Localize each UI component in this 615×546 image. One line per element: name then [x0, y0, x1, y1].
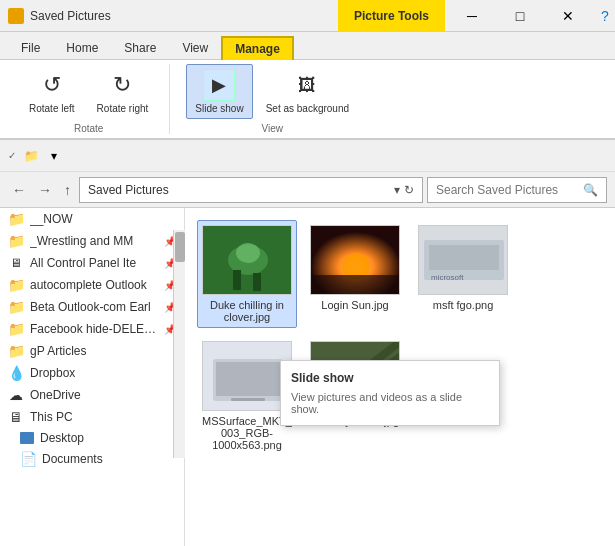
- sidebar-item-label: autocomplete Outlook: [30, 278, 147, 292]
- picture-tools-label: Picture Tools: [338, 0, 445, 31]
- sidebar-item-controlpanel[interactable]: 🖥 All Control Panel Ite 📌: [0, 252, 184, 274]
- ribbon-tabs: File Home Share View Manage: [0, 32, 615, 60]
- ribbon: ↺ Rotate left ↻ Rotate right Rotate ▶ Sl…: [0, 60, 615, 140]
- tab-file[interactable]: File: [8, 36, 53, 59]
- folder-icon: 📁: [8, 277, 24, 293]
- content-area: Duke chilling in clover.jpg: [185, 208, 615, 546]
- sidebar-item-label: Beta Outlook-com Earl: [30, 300, 151, 314]
- thispc-icon: 🖥: [8, 409, 24, 425]
- tooltip-title: Slide show: [291, 371, 489, 385]
- dropbox-icon: 💧: [8, 365, 24, 381]
- duke-svg: [203, 225, 291, 295]
- qa-label: ✓: [8, 150, 16, 161]
- ribbon-group-rotate: ↺ Rotate left ↻ Rotate right Rotate: [8, 64, 170, 134]
- view-buttons: ▶ Slide show 🖼 Set as background: [186, 64, 358, 119]
- minimize-button[interactable]: ─: [449, 0, 495, 32]
- sidebar-item-label: All Control Panel Ite: [30, 256, 136, 270]
- scrollbar-thumb[interactable]: [175, 232, 185, 262]
- login-svg: [311, 225, 399, 295]
- rotate-group-label: Rotate: [74, 121, 103, 134]
- sidebar-item-wrestling[interactable]: 📁 _Wrestling and MM 📌: [0, 230, 184, 252]
- rotate-buttons: ↺ Rotate left ↻ Rotate right: [20, 64, 157, 119]
- up-button[interactable]: ↑: [60, 180, 75, 200]
- rotate-left-icon: ↺: [36, 69, 68, 101]
- sidebar-item-autocomplete[interactable]: 📁 autocomplete Outlook 📌: [0, 274, 184, 296]
- main-layout: 📁 __NOW 📁 _Wrestling and MM 📌 🖥 All Cont…: [0, 208, 615, 546]
- svg-rect-3: [253, 273, 261, 291]
- msft-svg: microsoft: [419, 225, 507, 295]
- sidebar-item-facebook[interactable]: 📁 Facebook hide-DELETE 📌: [0, 318, 184, 340]
- sidebar-item-now[interactable]: 📁 __NOW: [0, 208, 184, 230]
- title-bar: Saved Pictures Picture Tools ─ □ ✕ ?: [0, 0, 615, 32]
- help-icon[interactable]: ?: [595, 8, 615, 24]
- file-item-msft[interactable]: microsoft msft fgo.png: [413, 220, 513, 328]
- tab-share[interactable]: Share: [111, 36, 169, 59]
- folder-icon: 📁: [8, 211, 24, 227]
- window-title: Saved Pictures: [30, 9, 111, 23]
- back-button[interactable]: ←: [8, 180, 30, 200]
- sidebar-item-label: _Wrestling and MM: [30, 234, 133, 248]
- sidebar-item-label: __NOW: [30, 212, 73, 226]
- file-item-duke[interactable]: Duke chilling in clover.jpg: [197, 220, 297, 328]
- file-name-duke: Duke chilling in clover.jpg: [202, 299, 292, 323]
- sidebar-item-onedrive[interactable]: ☁ OneDrive: [0, 384, 184, 406]
- sidebar-item-label: This PC: [30, 410, 73, 424]
- surface-svg: [203, 341, 291, 411]
- sidebar-item-label: Dropbox: [30, 366, 75, 380]
- file-thumbnail-surface: [202, 341, 292, 411]
- refresh-button[interactable]: ↻: [404, 183, 414, 197]
- nav-bar: ← → ↑ Saved Pictures ▾ ↻ 🔍: [0, 172, 615, 208]
- sidebar-item-label: OneDrive: [30, 388, 81, 402]
- qa-folder-icon[interactable]: 📁: [20, 147, 43, 165]
- sidebar-item-desktop[interactable]: Desktop: [0, 428, 184, 448]
- file-name-msft: msft fgo.png: [433, 299, 494, 311]
- documents-icon: 📄: [20, 451, 36, 467]
- file-name-surface: MSSurface_MKT_003_RGB-1000x563.png: [202, 415, 292, 451]
- folder-icon: 📁: [8, 299, 24, 315]
- forward-button[interactable]: →: [34, 180, 56, 200]
- sidebar-item-label: Facebook hide-DELETE: [30, 322, 158, 336]
- sidebar-item-dropbox[interactable]: 💧 Dropbox: [0, 362, 184, 384]
- svg-rect-2: [233, 270, 241, 290]
- svg-rect-14: [216, 362, 280, 396]
- svg-point-4: [236, 243, 260, 263]
- tab-manage[interactable]: Manage: [221, 36, 294, 60]
- file-thumbnail-msft: microsoft: [418, 225, 508, 295]
- svg-rect-15: [231, 398, 265, 401]
- tab-view[interactable]: View: [169, 36, 221, 59]
- rotate-left-button[interactable]: ↺ Rotate left: [20, 64, 84, 119]
- tab-home[interactable]: Home: [53, 36, 111, 59]
- sidebar-item-documents[interactable]: 📄 Documents: [0, 448, 184, 470]
- set-background-button[interactable]: 🖼 Set as background: [257, 64, 358, 119]
- sidebar-item-beta[interactable]: 📁 Beta Outlook-com Earl 📌: [0, 296, 184, 318]
- qa-dropdown-btn[interactable]: ▾: [47, 147, 61, 165]
- tooltip-popup: Slide show View pictures and videos as a…: [280, 360, 500, 426]
- file-name-login: Login Sun.jpg: [321, 299, 388, 311]
- search-icon: 🔍: [583, 183, 598, 197]
- folder-icon: 📁: [8, 343, 24, 359]
- tooltip-description: View pictures and videos as a slide show…: [291, 391, 489, 415]
- quick-access-toolbar: ✓ 📁 ▾: [0, 140, 615, 172]
- search-input[interactable]: [436, 183, 579, 197]
- sidebar-scrollbar[interactable]: [173, 230, 185, 458]
- desktop-icon: [20, 432, 34, 444]
- sidebar-item-label: gP Articles: [30, 344, 86, 358]
- address-dropdown-btn[interactable]: ▾: [394, 183, 400, 197]
- close-button[interactable]: ✕: [545, 0, 591, 32]
- search-bar[interactable]: 🔍: [427, 177, 607, 203]
- controlpanel-icon: 🖥: [8, 255, 24, 271]
- sidebar-item-label: Documents: [42, 452, 103, 466]
- file-thumbnail-login: [310, 225, 400, 295]
- sidebar-item-gparticles[interactable]: 📁 gP Articles: [0, 340, 184, 362]
- slideshow-button[interactable]: ▶ Slide show: [186, 64, 252, 119]
- address-bar: Saved Pictures ▾ ↻: [79, 177, 423, 203]
- svg-text:microsoft: microsoft: [431, 273, 464, 282]
- file-item-login[interactable]: Login Sun.jpg: [305, 220, 405, 328]
- rotate-right-button[interactable]: ↻ Rotate right: [88, 64, 158, 119]
- svg-rect-7: [311, 275, 399, 295]
- address-text: Saved Pictures: [88, 183, 390, 197]
- sidebar-item-thispc[interactable]: 🖥 This PC: [0, 406, 184, 428]
- app-window: Saved Pictures Picture Tools ─ □ ✕ ? Fil…: [0, 0, 615, 546]
- maximize-button[interactable]: □: [497, 0, 543, 32]
- title-bar-controls: ─ □ ✕: [445, 0, 595, 32]
